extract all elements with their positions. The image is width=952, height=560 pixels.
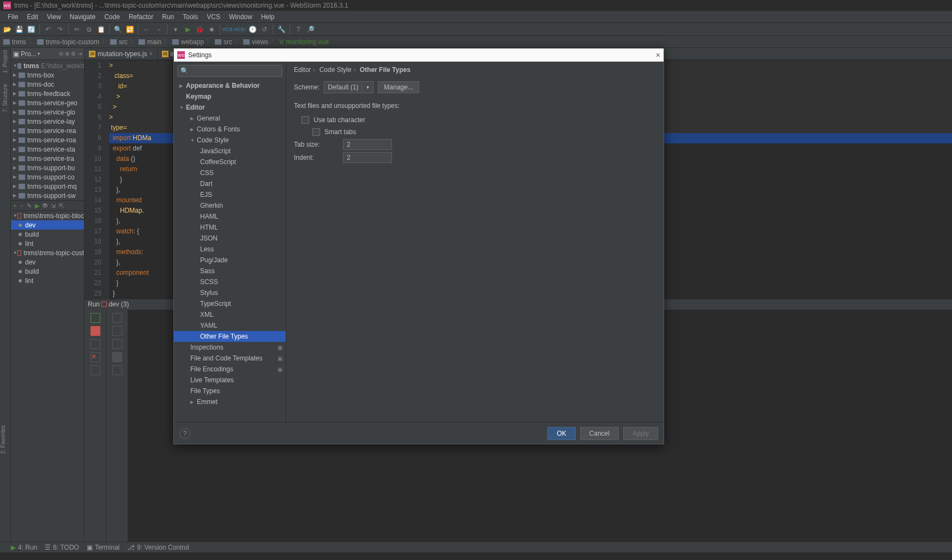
sc-item[interactable]: Code Style <box>320 66 352 74</box>
st-appearance[interactable]: ▶Appearance & Behavior <box>174 80 286 91</box>
bottom-vcs[interactable]: ⎇9: Version Control <box>127 544 189 551</box>
vcs-commit-icon[interactable]: VCS↑ <box>236 25 245 34</box>
st-keymap[interactable]: Keymap <box>174 91 286 102</box>
filter-icon[interactable]: ⛃ <box>43 202 47 209</box>
tree-folder[interactable]: ▶tnms-support-mq <box>11 182 84 191</box>
settings-tree[interactable]: ▶Appearance & Behavior Keymap ▼Editor ▶G… <box>174 80 286 422</box>
apply-button[interactable]: Apply <box>623 427 658 440</box>
bc-item[interactable]: src <box>215 38 232 46</box>
bottom-terminal[interactable]: ▣Terminal <box>87 544 119 551</box>
ok-button[interactable]: OK <box>547 427 575 440</box>
st-codestyle-item[interactable]: Dart <box>174 178 286 189</box>
task-group[interactable]: ▼tnms\tnms-topic-bloc <box>11 211 84 220</box>
menu-run[interactable]: Run <box>158 13 178 21</box>
cancel-button[interactable]: Cancel <box>580 427 619 440</box>
menu-file[interactable]: File <box>3 13 22 21</box>
st-inspections[interactable]: Inspections▣ <box>174 342 286 353</box>
menu-view[interactable]: View <box>43 13 65 21</box>
settings-icon[interactable]: 🔧 <box>276 25 286 34</box>
tree-folder[interactable]: ▶tnms-box <box>11 70 84 80</box>
tree-folder[interactable]: ▶tnms-support-co <box>11 172 84 182</box>
close-icon[interactable]: × <box>656 51 660 59</box>
task-item[interactable]: lint <box>11 276 84 285</box>
target-icon[interactable]: ⊕ <box>65 51 69 57</box>
st-editor[interactable]: ▼Editor <box>174 102 286 113</box>
copy-icon[interactable]: ⧉ <box>84 25 94 34</box>
bc-item[interactable]: src <box>110 38 128 46</box>
menu-window[interactable]: Window <box>225 13 257 21</box>
soft-wrap-icon[interactable] <box>112 339 122 349</box>
st-codestyle-item[interactable]: CoffeeScript <box>174 156 286 167</box>
tab-size-input[interactable] <box>343 139 392 150</box>
redo-icon[interactable]: ↷ <box>55 25 65 34</box>
rail-structure[interactable]: 7: Structure <box>2 84 8 112</box>
menu-refactor[interactable]: Refactor <box>124 13 158 21</box>
vcs-revert-icon[interactable]: ↺ <box>260 25 269 34</box>
up-icon[interactable] <box>112 313 122 323</box>
st-file-templates[interactable]: File and Code Templates▣ <box>174 353 286 364</box>
forward-icon[interactable]: → <box>154 25 164 34</box>
tree-folder[interactable]: ▶tnms-service-lay <box>11 117 84 126</box>
st-file-encodings[interactable]: File Encodings▣ <box>174 364 286 375</box>
vcs-history-icon[interactable]: 🕘 <box>248 25 257 34</box>
use-tab-checkbox[interactable] <box>302 116 309 124</box>
rail-project[interactable]: 1: Project <box>2 50 8 73</box>
smart-tabs-checkbox[interactable] <box>312 128 320 136</box>
task-group[interactable]: ▼tnms\tnms-topic-cust <box>11 248 84 257</box>
menu-edit[interactable]: Edit <box>22 13 43 21</box>
tree-folder[interactable]: ▶tnms-service-sta <box>11 144 84 154</box>
bc-root[interactable]: tnms <box>3 38 26 46</box>
print-icon[interactable] <box>112 365 122 375</box>
rerun-icon[interactable] <box>91 313 100 323</box>
menu-tools[interactable]: Tools <box>178 13 202 21</box>
st-live-templates[interactable]: Live Templates <box>174 375 286 386</box>
settings-search-input[interactable] <box>177 65 282 77</box>
settings-titlebar[interactable]: WS Settings × <box>174 49 664 62</box>
st-codestyle-item[interactable]: Gherkin <box>174 200 286 211</box>
run-icon[interactable]: ▶ <box>183 25 192 34</box>
st-codestyle-item[interactable]: Less <box>174 244 286 255</box>
remove-icon[interactable]: − <box>20 202 23 209</box>
sync-icon[interactable]: 🔄 <box>26 25 36 34</box>
st-codestyle-item[interactable]: JavaScript <box>174 146 286 156</box>
close-icon[interactable]: × <box>149 51 153 57</box>
chevron-down-icon[interactable]: ▾ <box>38 51 40 56</box>
search-everywhere-icon[interactable]: 🔎 <box>305 25 315 34</box>
pin-icon[interactable] <box>91 365 100 375</box>
gear-icon[interactable]: ⚙ <box>71 51 76 57</box>
bc-item[interactable]: main <box>138 38 161 46</box>
bottom-run[interactable]: ▶4: Run <box>11 544 37 551</box>
menu-help[interactable]: Help <box>257 13 279 21</box>
cut-icon[interactable]: ✂ <box>72 25 82 34</box>
expand-icon[interactable]: ⇲ <box>51 202 56 209</box>
bc-item[interactable]: webapp <box>172 38 204 46</box>
gutter[interactable]: 1234567891011121314151617181920212223242… <box>85 60 109 299</box>
menu-navigate[interactable]: Navigate <box>65 13 100 21</box>
hide-icon[interactable]: ⇥ <box>77 51 82 57</box>
indent-input[interactable] <box>343 152 392 163</box>
st-codestyle-item[interactable]: EJS <box>174 189 286 200</box>
st-codestyle-item[interactable]: Stylus <box>174 287 286 298</box>
bc-item[interactable]: views <box>243 38 268 46</box>
tree-folder[interactable]: ▶tnms-support-bu <box>11 163 84 172</box>
st-codestyle-item[interactable]: JSON <box>174 233 286 244</box>
bc-item[interactable]: tnms-topic-custom <box>37 38 99 46</box>
tree-folder[interactable]: ▶tnms-feedback <box>11 89 84 98</box>
bc-file[interactable]: V monitoring.vue <box>279 38 329 46</box>
task-item[interactable]: build <box>11 267 84 276</box>
st-codestyle-item[interactable]: CSS <box>174 167 286 178</box>
scroll-icon[interactable] <box>112 352 122 362</box>
add-icon[interactable]: + <box>13 202 16 209</box>
tree-folder[interactable]: ▶tnms-service-roa <box>11 135 84 144</box>
menu-vcs[interactable]: VCS <box>202 13 225 21</box>
stop-icon[interactable] <box>91 326 100 336</box>
pause-icon[interactable] <box>91 339 100 349</box>
tree-root[interactable]: ▼tnms E:\hdsx_work\t <box>11 61 84 70</box>
menu-code[interactable]: Code <box>100 13 124 21</box>
manage-button[interactable]: Manage... <box>378 81 419 93</box>
st-codestyle-item[interactable]: XML <box>174 309 286 320</box>
st-codestyle-item[interactable]: SCSS <box>174 276 286 287</box>
task-item[interactable]: build <box>11 230 84 239</box>
save-icon[interactable]: 💾 <box>14 25 24 34</box>
vcs-update-icon[interactable]: VCS↓ <box>224 25 233 34</box>
